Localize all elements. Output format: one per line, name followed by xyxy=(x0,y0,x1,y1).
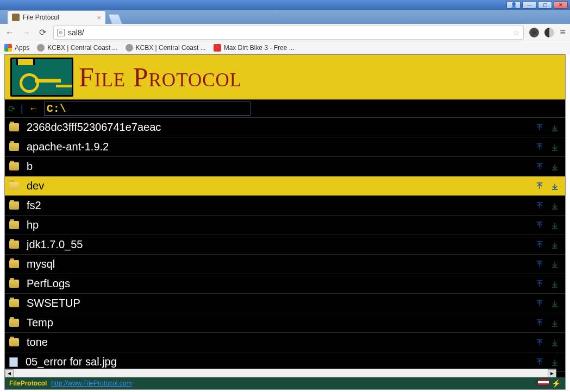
minimize-button[interactable]: — xyxy=(522,1,536,9)
browser-toolbar: ← → ⟳ 🗎 sal8/ ☆ ≡ xyxy=(0,24,570,41)
upload-icon[interactable] xyxy=(535,181,544,191)
apps-label: Apps xyxy=(15,44,29,52)
row-actions xyxy=(535,162,565,172)
back-button[interactable]: ← xyxy=(4,27,15,38)
upload-icon[interactable] xyxy=(535,123,544,132)
folder-icon xyxy=(9,162,19,170)
upload-icon[interactable] xyxy=(535,357,544,367)
browser-tabstrip: File Protocol × xyxy=(0,10,570,24)
upload-icon[interactable] xyxy=(535,318,544,328)
bookmark-item[interactable]: Max Dirt Bike 3 - Free ... xyxy=(214,44,295,52)
folder-row[interactable]: dev xyxy=(5,176,565,196)
download-icon[interactable] xyxy=(550,181,560,191)
reload-button[interactable]: ⟳ xyxy=(37,27,48,38)
status-bar: FileProtocol http://www.FileProtocol.com… xyxy=(5,377,565,389)
file-name: apache-ant-1.9.2 xyxy=(27,141,535,153)
file-name: dev xyxy=(27,180,535,192)
row-actions xyxy=(535,357,565,367)
new-tab-button[interactable] xyxy=(108,14,123,24)
folder-icon xyxy=(9,123,19,131)
folder-row[interactable]: hp xyxy=(5,216,565,235)
bookmark-label: KCBX | Central Coast ... xyxy=(136,44,206,52)
address-bar[interactable]: 🗎 sal8/ ☆ xyxy=(53,26,524,40)
file-name: jdk1.7.0_55 xyxy=(27,238,535,251)
upload-icon[interactable] xyxy=(535,162,544,172)
folder-icon xyxy=(9,280,19,288)
download-icon[interactable] xyxy=(550,162,560,172)
folder-row[interactable]: b xyxy=(5,157,565,176)
download-icon[interactable] xyxy=(550,123,560,132)
folder-icon xyxy=(9,260,19,268)
folder-icon xyxy=(9,182,19,190)
file-icon xyxy=(9,357,18,367)
bolt-icon: ⚡ xyxy=(552,379,561,388)
status-app-name: FileProtocol xyxy=(9,380,47,387)
row-actions xyxy=(535,220,565,230)
upload-icon[interactable] xyxy=(535,260,544,269)
download-icon[interactable] xyxy=(550,142,560,152)
upload-icon[interactable] xyxy=(535,240,544,250)
folder-row[interactable]: apache-ant-1.9.2 xyxy=(5,137,565,157)
flag-icon xyxy=(537,379,549,385)
folder-row[interactable]: fs2 xyxy=(5,196,565,216)
download-icon[interactable] xyxy=(550,240,560,250)
bookmark-label: Max Dirt Bike 3 - Free ... xyxy=(224,44,295,52)
folder-row[interactable]: jdk1.7.0_55 xyxy=(5,235,565,255)
chrome-menu-icon[interactable]: ≡ xyxy=(560,27,566,38)
upload-icon[interactable] xyxy=(535,142,544,152)
folder-icon xyxy=(9,319,19,327)
status-link[interactable]: http://www.FileProtocol.com xyxy=(51,380,131,387)
window-titlebar: 👤 — ▢ ✕ xyxy=(0,0,570,10)
extension-icon-2[interactable] xyxy=(544,28,554,37)
bookmark-item[interactable]: KCBX | Central Coast ... xyxy=(37,44,117,52)
row-actions xyxy=(535,260,565,269)
user-button[interactable]: 👤 xyxy=(506,1,521,9)
row-actions xyxy=(535,318,565,328)
path-input[interactable] xyxy=(44,102,250,116)
apps-icon xyxy=(4,44,12,52)
upload-icon[interactable] xyxy=(535,299,544,308)
download-icon[interactable] xyxy=(550,299,560,308)
browser-tab[interactable]: File Protocol × xyxy=(8,11,105,24)
horizontal-scrollbar[interactable]: ◄ ► xyxy=(5,369,556,377)
download-icon[interactable] xyxy=(550,260,560,269)
tab-close-icon[interactable]: × xyxy=(97,14,101,22)
download-icon[interactable] xyxy=(550,338,560,347)
upload-icon[interactable] xyxy=(535,279,544,289)
upload-icon[interactable] xyxy=(535,338,544,347)
app-title: File Protocol xyxy=(79,61,242,93)
file-name: hp xyxy=(27,219,535,231)
download-icon[interactable] xyxy=(550,220,560,230)
download-icon[interactable] xyxy=(550,279,560,289)
folder-row[interactable]: Temp xyxy=(5,313,565,333)
page-content: File Protocol ⟳ | ← 2368dc3fff52306741e7… xyxy=(4,54,566,390)
maximize-button[interactable]: ▢ xyxy=(538,1,552,9)
file-name: 2368dc3fff52306741e7aeac xyxy=(27,121,535,134)
bookmark-star-icon[interactable]: ☆ xyxy=(513,28,520,37)
upload-icon[interactable] xyxy=(535,220,544,230)
close-button[interactable]: ✕ xyxy=(554,1,568,9)
path-back-icon[interactable]: ← xyxy=(29,103,39,115)
scroll-right-button[interactable]: ► xyxy=(548,369,556,378)
extension-icon-1[interactable] xyxy=(529,28,539,37)
bookmark-item[interactable]: KCBX | Central Coast ... xyxy=(126,44,206,52)
folder-icon xyxy=(9,338,19,346)
download-icon[interactable] xyxy=(550,201,560,211)
apps-button[interactable]: Apps xyxy=(4,44,29,52)
folder-row[interactable]: PerfLogs xyxy=(5,274,565,294)
scroll-left-button[interactable]: ◄ xyxy=(5,369,14,378)
download-icon[interactable] xyxy=(550,357,560,367)
folder-row[interactable]: 2368dc3fff52306741e7aeac xyxy=(5,118,565,137)
download-icon[interactable] xyxy=(550,318,560,328)
folder-row[interactable]: SWSETUP xyxy=(5,294,565,313)
row-actions xyxy=(535,181,565,191)
file-area: 2368dc3fff52306741e7aeacapache-ant-1.9.2… xyxy=(5,118,565,377)
file-name: Temp xyxy=(27,317,535,329)
folder-row[interactable]: tone xyxy=(5,333,565,352)
upload-icon[interactable] xyxy=(535,201,544,211)
file-list[interactable]: 2368dc3fff52306741e7aeacapache-ant-1.9.2… xyxy=(5,118,565,377)
refresh-icon[interactable]: ⟳ xyxy=(8,104,15,114)
folder-row[interactable]: mysql xyxy=(5,255,565,274)
row-actions xyxy=(535,142,565,152)
forward-button[interactable]: → xyxy=(21,27,32,38)
